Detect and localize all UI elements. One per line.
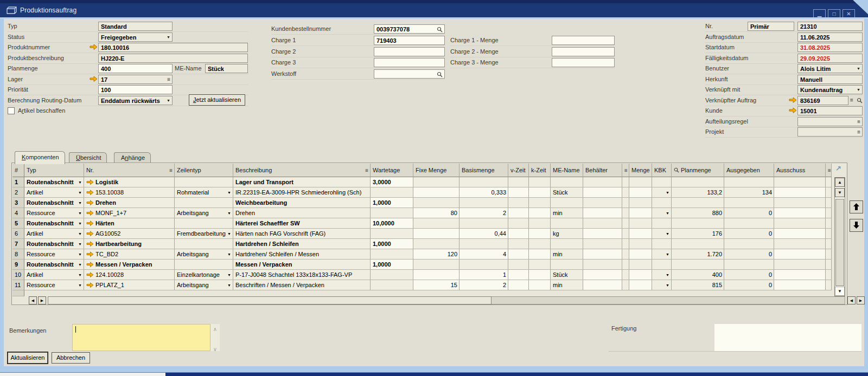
tab-komponenten[interactable]: Komponenten [15, 151, 65, 164]
cell-v-zeit[interactable] [508, 280, 529, 290]
cell-me-name[interactable] [551, 260, 583, 270]
grid-header-beschreibung≡[interactable]: Beschreibung≡ [233, 164, 371, 177]
cell-v-zeit[interactable] [508, 187, 529, 198]
cell-nr[interactable]: Logistik [84, 177, 175, 187]
cell-menge[interactable] [629, 198, 652, 208]
cell-typ[interactable]: Artikel▼ [24, 187, 84, 198]
cell-ausgegeben[interactable]: 0 [724, 229, 774, 239]
cell-zeilentyp[interactable]: Arbeitsgang▼ [175, 280, 233, 290]
cell-basismenge[interactable]: 4 [459, 249, 508, 260]
cell-ausgegeben[interactable]: 0 [724, 270, 774, 280]
scroll-right-button[interactable]: ▶ [38, 296, 46, 304]
expand-grid-icon[interactable]: ↗ [835, 164, 841, 172]
grid-header-ausgegeben[interactable]: Ausgegeben [724, 164, 774, 177]
prioritaet-field[interactable]: 100 [98, 85, 173, 94]
aufteilungsregel-field[interactable]: ≡ [797, 117, 863, 126]
search-icon[interactable] [857, 98, 863, 103]
projekt-field[interactable]: ≡ [797, 127, 863, 137]
cell-typ[interactable]: Routenabschnitt▼ [24, 239, 84, 249]
cell-wartetage[interactable]: 10,0000 [371, 218, 413, 229]
cell-zeilentyp[interactable] [175, 198, 233, 208]
cell-menge[interactable] [629, 208, 652, 218]
aktualisieren-button[interactable]: Aktualisieren [8, 352, 48, 364]
cell-nr[interactable]: Hartbearbeitung [84, 239, 175, 249]
cell-behaelter[interactable] [583, 208, 622, 218]
cell-basismenge[interactable]: 2 [459, 280, 508, 290]
scroll-left-button[interactable]: ◀ [29, 296, 37, 304]
planmenge-field[interactable]: 400 [98, 64, 173, 73]
cell-ausschuss[interactable] [774, 249, 826, 260]
link-arrow-icon[interactable] [789, 107, 797, 114]
cell-basismenge[interactable] [459, 198, 508, 208]
cell-typ[interactable]: Artikel▼ [24, 270, 84, 280]
cell-k-zeit[interactable] [529, 198, 551, 208]
link-arrow-icon[interactable] [86, 200, 94, 206]
kundenbestellnummer-field[interactable]: 0039737078 [374, 24, 445, 34]
link-arrow-icon[interactable] [86, 262, 94, 268]
grid-header-≡[interactable]: ≡ [826, 164, 832, 177]
cell-nr[interactable]: MONF_1+7 [84, 208, 175, 218]
cell-planmenge[interactable]: 880 [672, 208, 724, 218]
cell-ausschuss[interactable] [774, 229, 826, 239]
cell-typ[interactable]: Routenabschnitt▼ [24, 198, 84, 208]
cell-fixe-menge[interactable]: 15 [413, 280, 459, 290]
link-arrow-icon[interactable] [90, 44, 98, 50]
cell-ausschuss[interactable] [774, 280, 826, 290]
verknuepft-mit-dropdown[interactable]: Kundenauftrag▼ [797, 85, 863, 94]
link-arrow-icon[interactable] [86, 272, 94, 278]
cell-wartetage[interactable]: 3,0000 [371, 177, 413, 187]
scroll-right-button-right[interactable]: ▶ [857, 296, 865, 304]
grid-header-planmenge[interactable]: Planmenge [672, 164, 724, 177]
cell-k-zeit[interactable] [529, 187, 551, 198]
cell-fixe-menge[interactable] [413, 187, 459, 198]
cell-beschreibung[interactable]: P-17-J0048 Schachtel 133x18x133-FAG-VP [233, 270, 371, 280]
cell-typ[interactable]: Routenabschnitt▼ [24, 177, 84, 187]
cell-planmenge[interactable] [672, 177, 724, 187]
grid-header-me-name[interactable]: ME-Name [551, 164, 583, 177]
cell-zeilentyp[interactable] [175, 177, 233, 187]
cell-zeilentyp[interactable]: Arbeitsgang▼ [175, 249, 233, 260]
cell-me-name[interactable]: min [551, 280, 583, 290]
cell-wartetage[interactable] [371, 270, 413, 280]
scroll-left-button-right[interactable]: ◀ [847, 296, 856, 304]
cell-nr[interactable]: Drehen [84, 198, 175, 208]
kunde-field[interactable]: 15001 [797, 106, 863, 115]
cell-fixe-menge[interactable]: 120 [413, 249, 459, 260]
cell-k-zeit[interactable] [529, 229, 551, 239]
cell-kbk[interactable] [652, 177, 672, 187]
cell-k-zeit[interactable] [529, 280, 551, 290]
grid-header-fixe menge[interactable]: Fixe Menge [413, 164, 459, 177]
search-icon[interactable] [437, 27, 443, 33]
cell-me-name[interactable]: min [551, 249, 583, 260]
produktnummer-field[interactable]: 180.10016 [98, 43, 248, 52]
cell-ausschuss[interactable] [774, 177, 826, 187]
cell-nr[interactable]: PPLATZ_1 [84, 280, 175, 290]
cell-beschreibung[interactable]: Hartdrehen / Schleifen [233, 239, 371, 249]
link-arrow-icon[interactable] [86, 282, 94, 288]
cell-v-zeit[interactable] [508, 177, 529, 187]
cell-wartetage[interactable] [371, 249, 413, 260]
artikel-beschaffen-checkbox[interactable] [8, 107, 15, 114]
cell-ausgegeben[interactable] [724, 239, 774, 249]
link-arrow-icon[interactable] [86, 251, 94, 257]
cell-planmenge[interactable]: 400 [672, 270, 724, 280]
chevron-up-icon[interactable]: ∧ [210, 326, 220, 332]
verknuepfter-auftrag-field[interactable]: 836169 [797, 96, 848, 105]
cell-nr[interactable]: AG10052 [84, 229, 175, 239]
cell-me-name[interactable]: Stück [551, 270, 583, 280]
charge2-menge-field[interactable] [552, 47, 615, 56]
horizontal-scrollbar-thumb[interactable] [48, 296, 492, 304]
charge1-menge-field[interactable] [552, 36, 615, 45]
cell-behaelter[interactable] [583, 280, 622, 290]
bemerkungen-textarea[interactable] [72, 324, 210, 351]
grid-header-v-zeit[interactable]: v-Zeit [508, 164, 529, 177]
cell-menge[interactable] [629, 218, 652, 229]
cell-ausschuss[interactable] [774, 270, 826, 280]
grid-header-ausschuss[interactable]: Ausschuss [774, 164, 826, 177]
cell-planmenge[interactable] [672, 198, 724, 208]
cell-menge[interactable] [629, 177, 652, 187]
grid-header-basismenge[interactable]: Basismenge [459, 164, 508, 177]
charge3-menge-field[interactable] [552, 58, 615, 67]
cell-ausschuss[interactable] [774, 260, 826, 270]
charge1-field[interactable]: 719403 [374, 36, 445, 45]
